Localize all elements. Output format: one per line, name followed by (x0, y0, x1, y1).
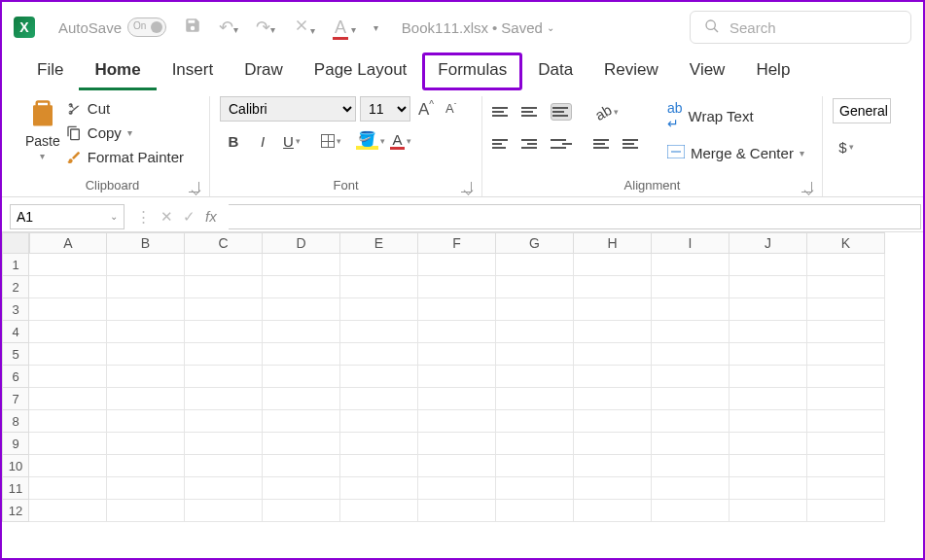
cell[interactable] (729, 410, 807, 433)
cell[interactable] (652, 276, 729, 298)
merge-center-button[interactable]: Merge & Center ▾ (667, 145, 804, 161)
cell[interactable] (340, 388, 418, 410)
cell[interactable] (263, 321, 340, 343)
fx-icon[interactable]: fx (205, 208, 217, 225)
cell[interactable] (574, 366, 652, 388)
cell[interactable] (496, 298, 574, 321)
cell[interactable] (263, 343, 340, 366)
wrap-text-button[interactable]: ab↵ Wrap Text (667, 100, 804, 131)
cell[interactable] (185, 500, 263, 522)
cell[interactable] (496, 321, 574, 343)
cell[interactable] (185, 433, 263, 455)
align-center-icon[interactable] (521, 135, 543, 153)
tab-help[interactable]: Help (740, 52, 805, 90)
row-header[interactable]: 9 (2, 433, 29, 455)
cell[interactable] (574, 455, 652, 477)
cell[interactable] (496, 276, 574, 298)
cell[interactable] (340, 500, 418, 522)
cell[interactable] (340, 455, 418, 477)
cell[interactable] (652, 500, 729, 522)
cell[interactable] (29, 254, 107, 276)
cell[interactable] (652, 410, 729, 433)
undo-icon[interactable]: ↶▾ (219, 17, 238, 38)
cell[interactable] (807, 410, 885, 433)
name-box[interactable]: A1 ⌄ (10, 204, 125, 229)
row-header[interactable]: 5 (2, 343, 29, 366)
cell[interactable] (340, 254, 418, 276)
cell[interactable] (107, 388, 185, 410)
cell[interactable] (418, 477, 496, 500)
cell[interactable] (107, 298, 185, 321)
cell[interactable] (652, 477, 729, 500)
cell[interactable] (263, 298, 340, 321)
cell[interactable] (729, 388, 807, 410)
qat-customize-icon[interactable]: ▾ (374, 22, 378, 33)
cell[interactable] (29, 433, 107, 455)
copy-button[interactable]: Copy ▾ (66, 124, 184, 141)
cell[interactable] (574, 343, 652, 366)
font-color-button[interactable]: A (387, 127, 414, 155)
clear-icon[interactable]: ▾ (293, 17, 315, 39)
column-header[interactable]: J (729, 232, 807, 254)
decrease-indent-icon[interactable] (593, 135, 615, 153)
cell[interactable] (574, 388, 652, 410)
cell[interactable] (807, 321, 885, 343)
cell[interactable] (418, 276, 496, 298)
more-icon[interactable]: ⋮ (136, 208, 151, 226)
tab-home[interactable]: Home (79, 52, 156, 90)
cell[interactable] (29, 343, 107, 366)
italic-button[interactable]: I (249, 127, 276, 155)
column-header[interactable]: F (418, 232, 496, 254)
font-color-qat-icon[interactable]: A ▾ (333, 18, 356, 38)
tab-data[interactable]: Data (522, 52, 588, 90)
cell[interactable] (807, 366, 885, 388)
cell[interactable] (185, 254, 263, 276)
cut-button[interactable]: Cut (66, 100, 184, 117)
select-all-corner[interactable] (2, 232, 29, 254)
cell[interactable] (29, 366, 107, 388)
cell[interactable] (496, 410, 574, 433)
cell[interactable] (185, 298, 263, 321)
cell[interactable] (107, 321, 185, 343)
cell[interactable] (652, 343, 729, 366)
increase-font-icon[interactable]: A^ (414, 99, 438, 120)
cell[interactable] (652, 254, 729, 276)
column-header[interactable]: D (263, 232, 340, 254)
cell[interactable] (107, 254, 185, 276)
cell[interactable] (574, 276, 652, 298)
cell[interactable] (807, 388, 885, 410)
cell[interactable] (652, 366, 729, 388)
chevron-down-icon[interactable]: ⌄ (110, 211, 118, 222)
cell[interactable] (496, 366, 574, 388)
cell[interactable] (185, 343, 263, 366)
column-header[interactable]: K (807, 232, 885, 254)
autosave-toggle[interactable]: AutoSave On (58, 18, 166, 37)
cell[interactable] (185, 321, 263, 343)
cell[interactable] (807, 433, 885, 455)
cell[interactable] (185, 388, 263, 410)
cell[interactable] (418, 366, 496, 388)
paste-button[interactable]: Paste ▾ (25, 96, 60, 161)
column-header[interactable]: G (496, 232, 574, 254)
column-header[interactable]: I (652, 232, 729, 254)
cell[interactable] (807, 455, 885, 477)
cell[interactable] (652, 298, 729, 321)
cell[interactable] (807, 276, 885, 298)
borders-button[interactable] (317, 127, 344, 155)
cell[interactable] (340, 366, 418, 388)
align-right-icon[interactable] (551, 135, 572, 153)
cell[interactable] (29, 455, 107, 477)
enter-icon[interactable]: ✓ (183, 208, 196, 226)
cell[interactable] (496, 500, 574, 522)
cell[interactable] (418, 410, 496, 433)
cell[interactable] (107, 455, 185, 477)
cell[interactable] (729, 321, 807, 343)
document-title[interactable]: Book111.xlsx • Saved ⌄ (402, 19, 554, 36)
cell[interactable] (107, 410, 185, 433)
cell[interactable] (185, 455, 263, 477)
row-header[interactable]: 2 (2, 276, 29, 298)
column-header[interactable]: E (340, 232, 418, 254)
currency-button[interactable]: $ (833, 133, 860, 160)
bold-button[interactable]: B (220, 127, 247, 155)
fill-color-button[interactable]: 🪣 (356, 127, 385, 155)
